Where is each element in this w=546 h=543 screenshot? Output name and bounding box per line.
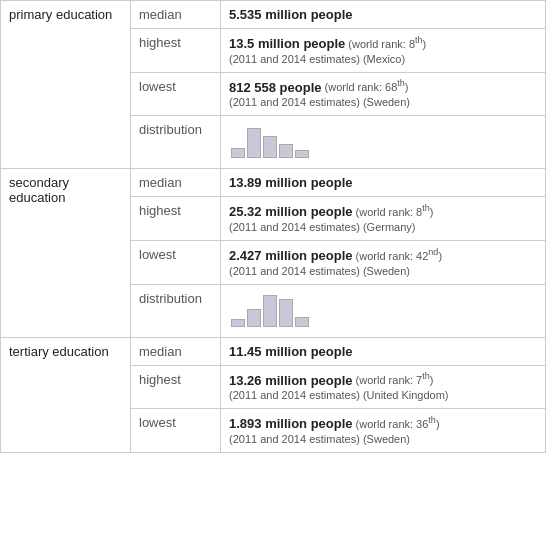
label-cell: lowest xyxy=(131,240,221,284)
main-value: 13.26 million people xyxy=(229,372,353,387)
sub-text-2: (Sweden) xyxy=(360,96,410,108)
chart-bar xyxy=(295,150,309,158)
rank-value: (world rank: 36th) xyxy=(353,418,440,430)
value-cell xyxy=(221,284,546,337)
label-cell: lowest xyxy=(131,409,221,453)
value-cell: 1.893 million people (world rank: 36th)(… xyxy=(221,409,546,453)
sub-text-2: (Mexico) xyxy=(360,53,405,65)
sub-text-1: (2011 and 2014 estimates) xyxy=(229,96,360,108)
label-cell: highest xyxy=(131,29,221,73)
rank-value: (world rank: 68th) xyxy=(322,81,409,93)
sub-text-1: (2011 and 2014 estimates) xyxy=(229,53,360,65)
category-cell: primary education xyxy=(1,1,131,169)
rank-value: (world rank: 8th) xyxy=(345,38,426,50)
category-cell: secondary education xyxy=(1,169,131,337)
main-table: primary educationmedian5.535 million peo… xyxy=(0,0,546,453)
value-cell: 25.32 million people (world rank: 8th)(2… xyxy=(221,197,546,241)
main-value: 1.893 million people xyxy=(229,416,353,431)
sub-text-1: (2011 and 2014 estimates) xyxy=(229,433,360,445)
main-value: 11.45 million people xyxy=(229,344,353,359)
rank-value: (world rank: 8th) xyxy=(353,206,434,218)
label-cell: distribution xyxy=(131,116,221,169)
chart-bar xyxy=(295,317,309,327)
chart-bar xyxy=(231,319,245,327)
main-value: 13.89 million people xyxy=(229,175,353,190)
chart-bar xyxy=(247,309,261,327)
chart-bar xyxy=(247,128,261,158)
value-cell: 13.89 million people xyxy=(221,169,546,197)
sub-text-1: (2011 and 2014 estimates) xyxy=(229,265,360,277)
sub-text-2: (United Kingdom) xyxy=(360,389,449,401)
value-cell: 13.5 million people (world rank: 8th)(20… xyxy=(221,29,546,73)
label-cell: median xyxy=(131,169,221,197)
main-value: 812 558 people xyxy=(229,79,322,94)
value-cell xyxy=(221,116,546,169)
label-cell: distribution xyxy=(131,284,221,337)
label-cell: highest xyxy=(131,365,221,409)
category-cell: tertiary education xyxy=(1,337,131,452)
value-cell: 812 558 people (world rank: 68th)(2011 a… xyxy=(221,72,546,116)
value-cell: 13.26 million people (world rank: 7th)(2… xyxy=(221,365,546,409)
rank-value: (world rank: 7th) xyxy=(353,374,434,386)
sub-text-1: (2011 and 2014 estimates) xyxy=(229,221,360,233)
chart-bar xyxy=(263,295,277,327)
label-cell: lowest xyxy=(131,72,221,116)
value-cell: 11.45 million people xyxy=(221,337,546,365)
main-value: 2.427 million people xyxy=(229,248,353,263)
label-cell: highest xyxy=(131,197,221,241)
sub-text-2: (Germany) xyxy=(360,221,416,233)
distribution-chart xyxy=(229,122,537,162)
distribution-chart xyxy=(229,291,537,331)
chart-bar xyxy=(263,136,277,158)
chart-bar xyxy=(231,148,245,158)
chart-bar xyxy=(279,299,293,327)
chart-bar xyxy=(279,144,293,158)
main-value: 25.32 million people xyxy=(229,204,353,219)
label-cell: median xyxy=(131,337,221,365)
rank-value: (world rank: 42nd) xyxy=(353,250,443,262)
main-value: 5.535 million people xyxy=(229,7,353,22)
sub-text-1: (2011 and 2014 estimates) xyxy=(229,389,360,401)
main-value: 13.5 million people xyxy=(229,36,345,51)
sub-text-2: (Sweden) xyxy=(360,265,410,277)
value-cell: 5.535 million people xyxy=(221,1,546,29)
label-cell: median xyxy=(131,1,221,29)
value-cell: 2.427 million people (world rank: 42nd)(… xyxy=(221,240,546,284)
sub-text-2: (Sweden) xyxy=(360,433,410,445)
